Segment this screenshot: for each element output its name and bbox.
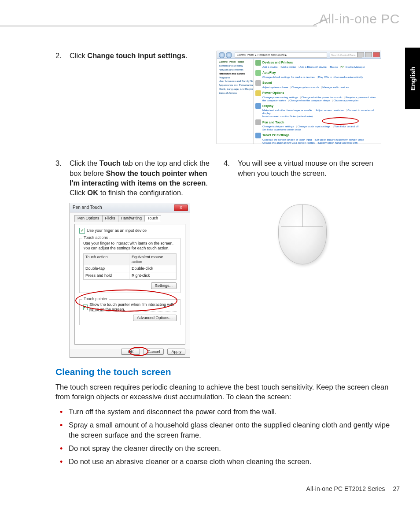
checkbox-icon: ✓ xyxy=(79,228,85,234)
pt-group-pointer: Touch pointer ✓ Show the touch pointer w… xyxy=(79,299,181,325)
pt-titlebar: Pen and Touch X xyxy=(70,203,190,212)
pt-ok-button: OK xyxy=(121,349,140,355)
pen-and-touch-dialog-screenshot: Pen and Touch X Pen Options Flicks Handw… xyxy=(70,203,190,358)
step-4: 4. You will see a virtual mouse on the s… xyxy=(224,158,380,178)
step-text: Click Change touch input settings. xyxy=(70,51,188,60)
pt-apply-button: Apply xyxy=(167,349,185,355)
step-text: You will see a virtual mouse on the scre… xyxy=(238,158,380,178)
page-header-title: All-in-one PC xyxy=(319,11,400,26)
pt-group-legend: Touch pointer xyxy=(82,297,109,301)
pt-settings-button: Settings... xyxy=(151,282,177,289)
step-number: 2. xyxy=(55,51,70,60)
step-2: 2. Click Change touch input settings. xyxy=(55,51,394,60)
step-3: 3. Click the Touch tab on the top and cl… xyxy=(55,158,212,197)
pt-title: Pen and Touch xyxy=(73,205,102,210)
pt-group-legend: Touch actions xyxy=(82,235,109,240)
language-tab: English xyxy=(405,48,420,109)
bullet-item: Do not use an abrasive cleaner or a coar… xyxy=(69,457,394,466)
pt-check-pointer-label: Show the touch pointer when I'm interact… xyxy=(89,302,177,312)
pt-footer-buttons: OK Cancel Apply xyxy=(121,349,185,355)
step-text: Click the Touch tab on the top and click… xyxy=(70,158,212,197)
pt-check-label: Use your finger as an input device xyxy=(87,228,147,233)
cleaning-bullets: Turn off the system and disconnect the p… xyxy=(69,407,394,466)
checkbox-icon: ✓ xyxy=(83,305,88,310)
pt-group-actions: Touch actions Use your finger to interac… xyxy=(79,238,181,293)
language-tab-label: English xyxy=(409,67,416,90)
pt-tab: Pen Options xyxy=(74,215,103,222)
footer-page-number: 27 xyxy=(393,485,400,492)
section-title-cleaning: Cleaning the touch screen xyxy=(55,366,394,378)
close-icon: X xyxy=(174,204,188,211)
bullet-item: Turn off the system and disconnect the p… xyxy=(69,407,394,416)
virtual-mouse-graphic xyxy=(278,204,326,264)
step-number: 4. xyxy=(224,158,238,178)
bullet-item: Spray a small amount of a household glas… xyxy=(69,420,394,440)
pt-tab: Handwriting xyxy=(118,215,145,222)
section-intro: The touch screen requires periodic clean… xyxy=(55,382,394,402)
step-number: 3. xyxy=(55,158,70,197)
bullet-item: Do not spray the cleaner directly on the… xyxy=(69,443,394,453)
pt-tabs: Pen Options Flicks Handwriting Touch xyxy=(74,215,185,222)
footer-text: All-in-one PC ET2012 Series xyxy=(306,485,385,492)
pt-advanced-button: Advanced Options... xyxy=(133,315,177,321)
header-rule xyxy=(0,26,317,26)
pt-cancel-button: Cancel xyxy=(144,349,164,355)
pt-tab: Flicks xyxy=(102,215,118,222)
pt-tab-active: Touch xyxy=(144,215,161,222)
page-footer: All-in-one PC ET2012 Series 27 xyxy=(306,485,400,492)
pt-group-desc: Use your finger to interact with items o… xyxy=(83,241,177,251)
pt-actions-table: Touch actionEquivalent mouse action Doub… xyxy=(83,253,177,280)
pt-checkbox-input-device: ✓ Use your finger as an input device xyxy=(79,228,181,234)
